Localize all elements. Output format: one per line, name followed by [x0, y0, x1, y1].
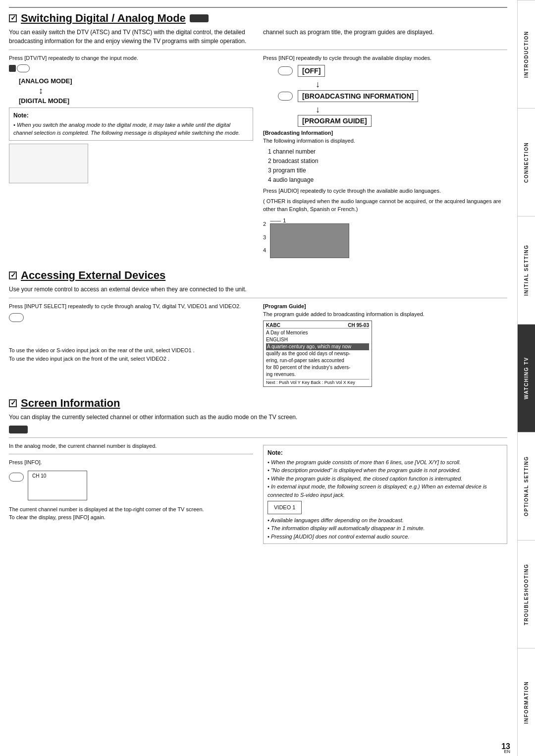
off-row: [OFF] [278, 64, 507, 77]
bcast-info-desc: The following information is displayed. [263, 137, 507, 145]
analog-screen-placeholder [9, 144, 88, 183]
section1-title: Switching Digital / Analog Mode [9, 12, 507, 25]
tv-oval-icon [17, 64, 30, 72]
bcast-grey-box [270, 223, 349, 258]
section1-right-col: Press [INFO] repeatedly to cycle through… [263, 54, 507, 261]
prog-guide-body: A Day of Memories ENGLISH A quarter-cent… [266, 329, 369, 378]
side-tabs: INTRODUCTION CONNECTION INITIAL SETTING … [517, 0, 535, 756]
tab-information[interactable]: INFORMATION [518, 648, 535, 756]
section2-instruction1: Press [INPUT SELECT] repeatedly to cycle… [9, 302, 253, 311]
digital-mode-label: [DIGITAL MODE] [19, 97, 253, 105]
section1-desc-right: channel such as program title, the progr… [263, 28, 507, 46]
analog-note-text: In the analog mode, the current channel … [9, 442, 253, 450]
section2-title: Accessing External Devices [9, 269, 507, 282]
note-item-5: • Available languages differ depending o… [268, 516, 503, 525]
note-item-6: • The information display will automatic… [268, 524, 503, 533]
section2-content: Press [INPUT SELECT] repeatedly to cycle… [9, 302, 507, 389]
checkbox-icon-2 [9, 271, 17, 279]
tab-connection[interactable]: CONNECTION [518, 108, 535, 216]
tab-watching-tv[interactable]: WATCHING TV [518, 324, 535, 432]
section-switching: Switching Digital / Analog Mode You can … [9, 12, 507, 261]
info-display-row: CH 10 [9, 469, 253, 502]
tab-optional-setting[interactable]: OPTIONAL SETTING [518, 432, 535, 540]
section3-desc2-line2: To clear the display, press [INFO] again… [9, 513, 253, 522]
section3-left-col: In the analog mode, the current channel … [9, 442, 253, 547]
video-input-box: VIDEO 1 [268, 501, 302, 514]
flow-connector-1: ↓ [278, 79, 507, 90]
tab-initial-setting[interactable]: INITIAL SETTING [518, 216, 535, 324]
section3-content: In the analog mode, the current channel … [9, 442, 507, 547]
bcast-items-list: 1 channel number 2 broadcast station 3 p… [268, 147, 507, 185]
other-note: ( OTHER is displayed when the audio lang… [263, 197, 507, 214]
prog-station: KABC [266, 323, 280, 328]
divider3 [9, 437, 507, 438]
prog-text4: ing revenues. [266, 371, 369, 378]
section1-content: Press [DTV/TV] repeatedly to change the … [9, 54, 507, 261]
analog-note-row [9, 426, 507, 433]
prog-guide-footer: Next : Push Vol Y Key Back : Push Vol X … [266, 379, 369, 385]
top-rule [9, 7, 507, 8]
bcast-label-1: 1 [283, 217, 286, 223]
black-rect-1 [190, 14, 209, 22]
section1-instruction1: Press [DTV/TV] repeatedly to change the … [9, 54, 253, 62]
section3-right-col: Note: • When the program guide consists … [263, 442, 507, 547]
prog-guide-box: KABC CH 95-03 A Day of Memories ENGLISH … [263, 321, 372, 387]
prog-channel: CH 95-03 [348, 323, 369, 328]
mode-arrow: ↕ [39, 86, 253, 96]
prog-line1: A Day of Memories [266, 329, 369, 336]
tab-troubleshooting[interactable]: TROUBLESHOOTING [518, 540, 535, 648]
section3-desc: You can display the currently selected c… [9, 413, 507, 422]
bcast-item-1: 1 channel number [268, 147, 507, 157]
divider2 [9, 298, 507, 298]
prog-guide-header: KABC CH 95-03 [266, 323, 369, 328]
section2-instruction3: To use the video input jack on the front… [9, 355, 253, 363]
prog-guide-desc: The program guide added to broadcasting … [263, 310, 507, 319]
tab-introduction[interactable]: INTRODUCTION [518, 0, 535, 108]
section-screen-info: Screen Information You can display the c… [9, 397, 507, 547]
bcast-lines: —— 1 [270, 217, 349, 258]
bcast-diagram-inner: 2 3 4 —— 1 [263, 217, 507, 258]
section-accessing: Accessing External Devices Use your remo… [9, 269, 507, 389]
section2-right-col: [Program Guide] The program guide added … [263, 302, 507, 389]
note-item-3: • While the program guide is displayed, … [268, 475, 503, 483]
checkbox-icon-3 [9, 399, 17, 407]
broadcasting-row: [BROADCASTING INFORMATION] [278, 90, 507, 103]
ch-label: CH 10 [32, 473, 46, 479]
flow-connector-2: ↓ [278, 105, 507, 115]
bcast-line-1-row: —— 1 [270, 217, 286, 223]
prog-text2: ering, run-of-paper sales accounted [266, 357, 369, 364]
prog-line2: ENGLISH [266, 336, 369, 343]
prog-text3: for 80 percent of the industry's advers- [266, 364, 369, 371]
section1-left-col: Press [DTV/TV] repeatedly to change the … [9, 54, 253, 261]
prog-highlighted-text: A quarter-century ago, which may now [266, 343, 369, 350]
remote-tv-icon [9, 64, 30, 72]
section3-note-title: Note: [268, 448, 503, 457]
bcast-numbers: 2 3 4 [263, 217, 266, 257]
divider3a [9, 454, 253, 454]
section3-instruction: Press [INFO]. [9, 458, 253, 467]
section1-desc-row: You can easily switch the DTV (ATSC) and… [9, 28, 507, 46]
section2-instruction2: To use the video or S-video input jack o… [9, 346, 253, 355]
section1-desc-left: You can easily switch the DTV (ATSC) and… [9, 28, 253, 46]
note-item-7: • Pressing [AUDIO] does not control exte… [268, 533, 503, 541]
display-mode-diagram: [OFF] ↓ [BROADCASTING INFORMATION] ↓ [278, 64, 507, 127]
bcast-diagram: 2 3 4 —— 1 [263, 217, 507, 258]
en-label: EN [504, 749, 510, 754]
section1-right-instruction: Press [INFO] repeatedly to cycle through… [263, 54, 507, 62]
remote-btn-off [278, 66, 293, 75]
remote-btn-input [9, 313, 24, 322]
remote-btn-broadcasting [278, 92, 293, 101]
bcast-info-title: [Broadcasting Information] [263, 129, 507, 137]
flow-arrow-2: ↓ [316, 105, 320, 115]
mode-diagram: [ANALOG MODE] ↕ [DIGITAL MODE] [19, 77, 253, 105]
section3-note-box: Note: • When the program guide consists … [263, 445, 507, 544]
divider1 [9, 50, 507, 50]
prog-guide-title: [Program Guide] [263, 302, 507, 311]
note-item-1: • When the program guide consists of mor… [268, 458, 503, 467]
flow-arrow-1: ↓ [316, 79, 320, 90]
audio-instruction: Press [AUDIO] repeatedly to cycle throug… [263, 187, 507, 195]
section3-desc2-line1: The current channel number is displayed … [9, 505, 253, 514]
note-item-4: • In external input mode, the following … [268, 483, 503, 499]
program-guide-row: [PROGRAM GUIDE] [278, 115, 507, 127]
bcast-num-1: —— [270, 217, 281, 223]
